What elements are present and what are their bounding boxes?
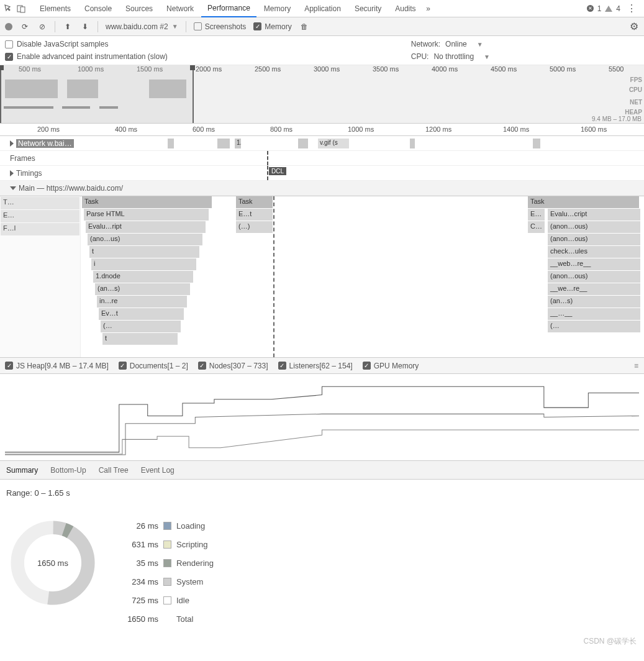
flame-chart[interactable]: T…E…F…l TaskParse HTMLEvalu…ript(ano…us)… xyxy=(0,196,644,358)
net-request[interactable] xyxy=(298,139,308,148)
flame-block[interactable]: 1.dnode xyxy=(93,271,194,283)
net-request[interactable] xyxy=(533,139,540,148)
device-icon[interactable] xyxy=(16,4,26,14)
watermark: CSDN @碳学长 xyxy=(583,636,637,647)
flame-block[interactable]: in…re xyxy=(97,296,188,308)
lane-net: NET xyxy=(630,99,642,106)
flame-block[interactable]: E… xyxy=(528,209,545,221)
flame-block[interactable]: __web…re__ xyxy=(548,258,641,270)
memory-series-toggle[interactable]: ✓GPU Memory xyxy=(363,362,419,370)
clear-icon[interactable]: ⊘ xyxy=(37,22,47,32)
flame-block[interactable]: (an…s) xyxy=(95,283,191,295)
gear-icon[interactable]: ⚙ xyxy=(629,22,639,32)
flame-block[interactable]: __…__ xyxy=(548,308,641,320)
record-button[interactable] xyxy=(5,23,12,30)
disable-js-checkbox[interactable]: Disable JavaScript samples xyxy=(5,40,168,48)
flame-block[interactable]: C… xyxy=(528,221,545,233)
flame-block[interactable]: (… xyxy=(101,321,181,332)
flame-block[interactable]: (ano…us) xyxy=(88,234,203,245)
checkbox-icon: ✓ xyxy=(363,362,371,370)
overview-tick: 4500 ms xyxy=(491,65,517,73)
lane-cpu: CPU xyxy=(629,86,642,93)
flame-block[interactable]: Ev…t xyxy=(99,308,184,320)
flame-block[interactable]: Task xyxy=(236,196,273,208)
cpu-throttle-select[interactable]: CPU: No throttling ▼ xyxy=(411,52,490,61)
flame-block[interactable]: Parse HTML xyxy=(84,209,209,221)
network-track[interactable]: Network w.bai… 1. v.gif (s xyxy=(0,136,644,151)
warning-icon xyxy=(605,6,612,12)
selection-handle-right[interactable] xyxy=(190,65,195,70)
expand-icon[interactable] xyxy=(10,170,14,176)
tab-event-log[interactable]: Event Log xyxy=(141,466,175,475)
recording-selector[interactable]: www.baidu.com #2 ▼ xyxy=(106,22,178,31)
cpu-value: No throttling xyxy=(433,52,474,61)
frames-track[interactable]: Frames xyxy=(0,151,644,166)
flame-main[interactable]: TaskParse HTMLEvalu…ript(ano…us)ti1.dnod… xyxy=(81,196,644,357)
legend-label: System xyxy=(176,577,203,586)
kebab-menu-icon[interactable]: ⋮ xyxy=(623,2,640,14)
reload-icon[interactable]: ⟳ xyxy=(20,22,30,32)
tab-sources[interactable]: Sources xyxy=(119,1,159,17)
flame-block[interactable]: check…ules xyxy=(548,246,641,258)
legend-label: Idle xyxy=(176,596,189,605)
flame-block[interactable]: (… xyxy=(548,321,641,332)
flame-block[interactable]: Task xyxy=(82,196,212,208)
tab-console[interactable]: Console xyxy=(78,1,118,17)
flame-block[interactable]: t xyxy=(102,333,178,345)
flame-block[interactable]: (…) xyxy=(236,221,273,233)
upload-icon[interactable]: ⬆ xyxy=(63,22,73,32)
tab-bottom-up[interactable]: Bottom-Up xyxy=(50,466,86,475)
screenshots-checkbox[interactable]: Screenshots xyxy=(194,22,247,31)
flame-block[interactable]: i xyxy=(91,258,197,270)
flame-block[interactable]: (anon…ous) xyxy=(548,271,641,283)
timings-track[interactable]: Timings DCL xyxy=(0,166,644,181)
memory-series-toggle[interactable]: ✓JS Heap[9.4 MB – 17.4 MB] xyxy=(5,362,109,370)
flame-block[interactable]: (anon…ous) xyxy=(548,221,641,233)
tab-security[interactable]: Security xyxy=(348,1,388,17)
tab-application[interactable]: Application xyxy=(298,1,347,17)
download-icon[interactable]: ⬇ xyxy=(80,22,90,32)
network-throttle-select[interactable]: Network: Online ▼ xyxy=(411,40,490,48)
legend-swatch xyxy=(163,578,171,586)
tab-performance[interactable]: Performance xyxy=(201,0,256,17)
tab-summary[interactable]: Summary xyxy=(6,466,38,475)
net-request[interactable] xyxy=(168,139,174,148)
flame-block[interactable]: __we…re__ xyxy=(548,283,641,295)
memory-series-toggle[interactable]: ✓Listeners[62 – 154] xyxy=(278,362,353,370)
more-tabs-icon[interactable]: » xyxy=(424,4,433,14)
memory-checkbox[interactable]: ✓ Memory xyxy=(253,22,291,31)
legend-row: 26 msLoading xyxy=(124,516,214,535)
adv-paint-checkbox[interactable]: ✓ Enable advanced paint instrumentation … xyxy=(5,52,168,61)
frames-label: Frames xyxy=(0,154,75,163)
tab-memory[interactable]: Memory xyxy=(258,1,297,17)
memory-series-toggle[interactable]: ✓Documents[1 – 2] xyxy=(119,362,188,370)
flame-block[interactable]: (anon…ous) xyxy=(548,234,641,245)
flame-block[interactable]: t xyxy=(89,246,200,258)
collapse-icon[interactable] xyxy=(10,186,16,190)
ruler-tick: 600 ms xyxy=(193,125,215,133)
tab-network[interactable]: Network xyxy=(160,1,200,17)
net-request[interactable] xyxy=(217,139,230,148)
selection-handle-left[interactable] xyxy=(0,65,4,70)
net-request[interactable]: v.gif (s xyxy=(318,139,349,148)
inspect-icon[interactable] xyxy=(4,4,14,14)
flame-block[interactable]: E…t xyxy=(236,209,273,221)
trash-icon[interactable]: 🗑 xyxy=(299,22,309,32)
timeline-overview[interactable]: 500 ms1000 ms1500 ms2000 ms2500 ms3000 m… xyxy=(0,65,644,124)
tab-elements[interactable]: Elements xyxy=(34,1,77,17)
flame-block[interactable]: Evalu…cript xyxy=(548,209,641,221)
memory-graph[interactable] xyxy=(0,374,644,461)
tab-call-tree[interactable]: Call Tree xyxy=(99,466,129,475)
detail-ruler[interactable]: 200 ms400 ms600 ms800 ms1000 ms1200 ms14… xyxy=(0,124,644,136)
net-request[interactable] xyxy=(410,139,415,148)
flame-block[interactable]: (an…s) xyxy=(548,296,641,308)
tab-audits[interactable]: Audits xyxy=(389,1,422,17)
flame-block[interactable]: Task xyxy=(528,196,640,208)
flame-block[interactable]: Evalu…ript xyxy=(86,221,206,233)
memory-series-toggle[interactable]: ✓Nodes[307 – 733] xyxy=(198,362,268,370)
main-track-header[interactable]: Main — https://www.baidu.com/ xyxy=(0,181,644,196)
expand-icon[interactable] xyxy=(10,140,14,147)
status-counts[interactable]: ✕1 4 xyxy=(587,4,620,13)
menu-icon[interactable]: ≡ xyxy=(634,362,639,370)
net-request[interactable]: 1. xyxy=(235,139,241,148)
